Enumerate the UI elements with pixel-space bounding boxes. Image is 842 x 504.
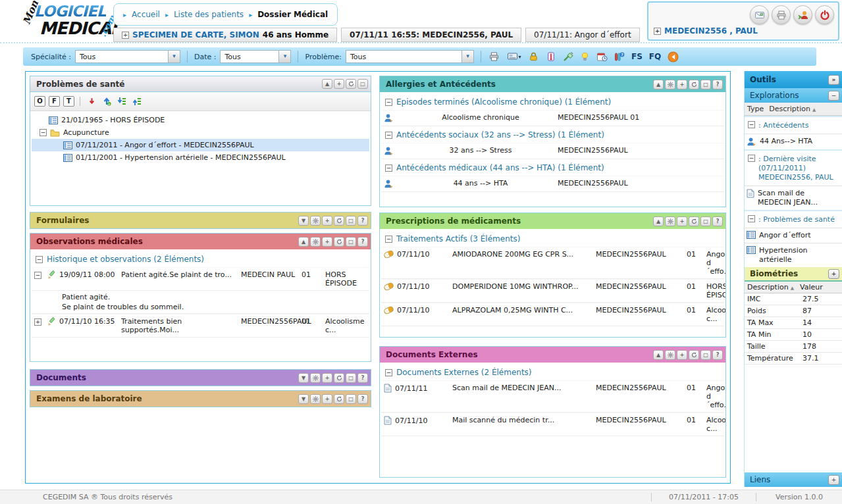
- refresh-button[interactable]: [689, 80, 699, 89]
- help-button[interactable]: ?: [357, 237, 368, 247]
- add-episode-icon[interactable]: +: [101, 95, 113, 108]
- col-description[interactable]: Description▲: [747, 283, 800, 291]
- refresh-button[interactable]: [689, 350, 699, 360]
- expand-icon[interactable]: +: [34, 318, 41, 326]
- add-button[interactable]: +: [334, 79, 344, 89]
- labs-info-icon[interactable]: ?: [613, 50, 626, 63]
- maximize-button[interactable]: □: [346, 373, 356, 383]
- group-traitements-actifs[interactable]: − Traitements Actifs (3 Éléments): [381, 230, 724, 247]
- observation-row[interactable]: − 19/09/11 08:00 Patient agité.Se plaint…: [32, 267, 369, 291]
- help-button[interactable]: ?: [712, 80, 723, 89]
- settings-button[interactable]: [310, 373, 321, 383]
- mail-button[interactable]: [750, 5, 769, 24]
- tab-patient[interactable]: + SPECIMEN DE CARTE, SIMON 46 ans Homme: [113, 28, 337, 42]
- breadcrumb-liste-patients[interactable]: Liste des patients: [174, 10, 244, 19]
- antecedent-row[interactable]: 32 ans --> Stress MEDECIN2556PAUL: [381, 143, 724, 159]
- document-row[interactable]: 07/11/10 Mail scanné du médecin tr... ME…: [381, 413, 724, 436]
- help-button[interactable]: ?: [357, 394, 368, 404]
- expand-all-icon[interactable]: [116, 95, 128, 108]
- add-button[interactable]: +: [322, 394, 332, 404]
- collapse-icon[interactable]: −: [748, 121, 755, 128]
- expand-button[interactable]: ▼: [298, 394, 309, 404]
- group-documents-externes[interactable]: − Documents Externes (2 Éléments): [381, 364, 724, 380]
- settings-button[interactable]: [310, 237, 321, 247]
- vaccine-icon[interactable]: [562, 50, 575, 63]
- help-button[interactable]: ?: [357, 373, 368, 383]
- chevron-down-icon[interactable]: ▾: [461, 51, 473, 63]
- tree-folder-acupuncture[interactable]: − Acupuncture: [32, 126, 369, 139]
- explorations-group-problemes[interactable]: − : Problèmes de santé: [745, 210, 842, 228]
- collapse-all-icon[interactable]: [131, 95, 143, 108]
- switch-user-button[interactable]: [793, 5, 812, 24]
- collapse-icon[interactable]: −: [748, 215, 755, 222]
- col-description[interactable]: Description▲: [769, 105, 816, 113]
- lock-icon[interactable]: [527, 50, 540, 63]
- idea-icon[interactable]: [579, 50, 592, 63]
- collapse-button[interactable]: ▲: [298, 237, 309, 247]
- collapse-button[interactable]: ▲: [653, 80, 664, 89]
- collapse-icon[interactable]: −: [36, 256, 43, 263]
- add-button[interactable]: +: [322, 237, 332, 247]
- maximize-button[interactable]: □: [357, 79, 368, 89]
- move-down-icon[interactable]: [86, 95, 97, 108]
- tab-visit[interactable]: 07/11/11 16:55: MEDECIN2556, PAUL: [341, 28, 521, 42]
- breadcrumb-accueil[interactable]: Accueil: [132, 10, 160, 19]
- antecedent-row[interactable]: 44 ans --> HTA MEDECIN2556PAUL: [381, 176, 724, 192]
- refresh-button[interactable]: [334, 373, 344, 383]
- logout-button[interactable]: [815, 5, 834, 24]
- col-valeur[interactable]: Valeur: [800, 283, 839, 291]
- chevron-down-icon[interactable]: ▾: [168, 51, 180, 63]
- filter-f-button[interactable]: F: [49, 96, 60, 107]
- explorations-group-antecedents[interactable]: − : Antécédents: [745, 116, 842, 134]
- chevron-down-icon[interactable]: ▾: [278, 51, 290, 63]
- expand-icon[interactable]: +: [122, 32, 129, 39]
- prescription-row[interactable]: 07/11/10 DOMPERIDONE 10MG WINTHROP... ME…: [381, 279, 724, 303]
- collapse-sidebar-button[interactable]: »: [828, 75, 839, 85]
- help-button[interactable]: ?: [712, 216, 723, 226]
- refresh-button[interactable]: [346, 79, 356, 89]
- fq-button[interactable]: FQ: [648, 52, 662, 61]
- add-button[interactable]: +: [677, 216, 687, 226]
- tree-item-hors-episode[interactable]: 21/01/1965 - HORS ÉPISODE: [32, 114, 369, 126]
- help-button[interactable]: ?: [357, 216, 368, 226]
- settings-button[interactable]: [310, 394, 321, 404]
- collapse-icon[interactable]: −: [39, 129, 47, 136]
- add-button[interactable]: +: [677, 350, 687, 360]
- add-link-button[interactable]: +: [828, 475, 839, 485]
- maximize-button[interactable]: □: [346, 394, 356, 404]
- agenda-icon[interactable]: [596, 50, 609, 63]
- date-select[interactable]: Tous ▾: [220, 50, 291, 63]
- explorations-item[interactable]: Angor d´effort: [745, 228, 842, 243]
- prescription-row[interactable]: 07/11/10 AMIODARONE 200MG EG CPR S... ME…: [381, 247, 724, 279]
- explorations-group-derniere-visite[interactable]: − : Dernière visite (07/11/2011) MEDECIN…: [745, 149, 842, 186]
- problem-select[interactable]: Tous ▾: [346, 50, 474, 63]
- filter-t-button[interactable]: T: [63, 96, 74, 107]
- maximize-button[interactable]: □: [700, 216, 711, 226]
- collapse-icon[interactable]: −: [34, 272, 41, 279]
- collapse-button[interactable]: ▲: [322, 79, 332, 89]
- col-type[interactable]: Type: [747, 105, 764, 113]
- refresh-button[interactable]: [334, 237, 344, 247]
- explorations-item[interactable]: 44 Ans--> HTA: [745, 134, 842, 149]
- help-button[interactable]: ?: [712, 350, 723, 360]
- observation-row[interactable]: + 07/11/10 16:35 Traitements bien suppor…: [32, 314, 369, 338]
- settings-button[interactable]: [665, 80, 675, 89]
- settings-button[interactable]: [665, 350, 675, 360]
- fs-button[interactable]: FS: [630, 52, 644, 61]
- refresh-button[interactable]: [334, 394, 344, 404]
- prescription-row[interactable]: 07/11/10 ALPRAZOLAM 0,25MG WINTH C... ME…: [381, 303, 724, 326]
- refresh-button[interactable]: [689, 216, 699, 226]
- collapse-section-button[interactable]: −: [828, 91, 839, 101]
- expand-button[interactable]: ▼: [298, 373, 309, 383]
- add-button[interactable]: +: [677, 80, 687, 89]
- add-button[interactable]: +: [322, 216, 332, 226]
- collapse-icon[interactable]: −: [385, 236, 392, 243]
- explorations-item[interactable]: Scan mail de MEDECIN JEAN...: [745, 186, 842, 210]
- maximize-button[interactable]: □: [346, 237, 356, 247]
- maximize-button[interactable]: □: [700, 80, 711, 89]
- settings-button[interactable]: [310, 216, 321, 226]
- add-button[interactable]: +: [322, 373, 332, 383]
- tree-item-hypertension[interactable]: 01/11/2001 - Hypertension artérielle - M…: [32, 151, 369, 164]
- group-antecedents-medicaux[interactable]: − Antécédents médicaux (44 ans --> HTA) …: [381, 159, 724, 176]
- group-antecedents-sociaux[interactable]: − Antécédents sociaux (32 ans --> Stress…: [381, 126, 724, 143]
